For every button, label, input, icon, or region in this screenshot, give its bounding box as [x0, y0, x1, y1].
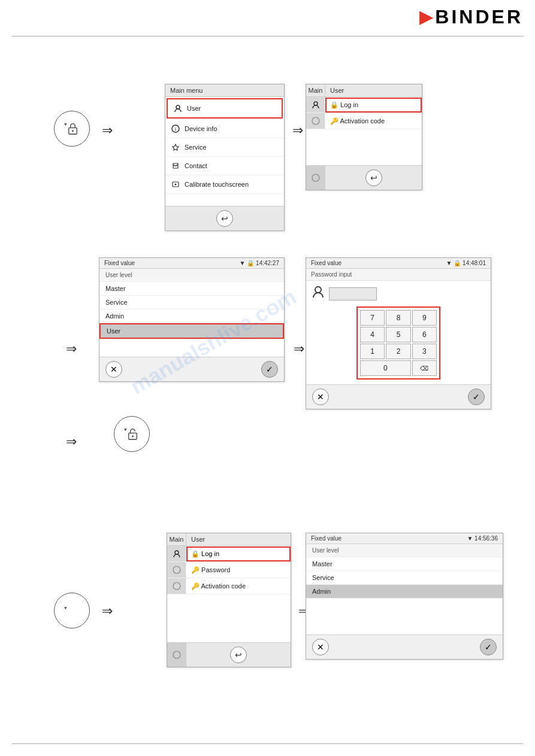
cancel-button-1[interactable]: ✕ [105, 361, 122, 378]
level-admin[interactable]: Admin [99, 309, 284, 323]
user-submenu-activation[interactable]: 🔑 Activation code [306, 113, 422, 129]
fixed-value2-label: Fixed value [311, 535, 341, 542]
svg-point-9 [312, 117, 319, 125]
user2-password[interactable]: 🔑 Password [167, 562, 291, 578]
svg-point-8 [314, 102, 318, 105]
svg-point-11 [315, 287, 321, 293]
key-del[interactable]: ⌫ [412, 360, 437, 376]
main-menu-panel: Main menu User i Device info Service Con… [165, 84, 285, 231]
circle-no-lock [54, 593, 90, 629]
user-submenu-title: Main User [306, 84, 422, 97]
svg-point-3 [176, 105, 180, 109]
user-icon [173, 103, 183, 114]
key-2[interactable]: 2 [386, 344, 410, 359]
confirm-button-3[interactable]: ✓ [480, 639, 497, 655]
menu-item-user-label: User [187, 105, 201, 112]
logo-chevron-icon: ▶ [419, 7, 433, 27]
menu-item-service[interactable]: Service [165, 138, 284, 157]
level-user[interactable]: User [99, 323, 284, 339]
arrow-5: ⇒ [66, 434, 77, 450]
svg-marker-16 [64, 607, 67, 610]
user-level-header: User level [99, 269, 284, 282]
menu-item-user[interactable]: User [167, 98, 283, 119]
confirm-button-2[interactable]: ✓ [468, 388, 485, 405]
user-submenu-panel: Main User 🔒 Log in 🔑 Activation code ↩ [306, 84, 422, 190]
key-6[interactable]: 6 [412, 327, 437, 342]
user2-activation-label: 🔑 Activation code [186, 579, 291, 594]
menu-item-deviceinfo[interactable]: i Device info [165, 120, 284, 138]
user-tab-label: User [325, 84, 349, 96]
service-icon [170, 142, 181, 153]
user-submenu2-panel: Main User 🔒 Log in 🔑 Password 🔑 Activati… [167, 533, 291, 667]
activation-sidebar-icon [306, 113, 325, 129]
login-text: Log in [340, 101, 358, 108]
time-lock-2: ▼ 🔒 14:48:01 [446, 260, 486, 266]
svg-point-20 [173, 651, 180, 658]
user-level2-header: User level [306, 544, 503, 557]
level2-admin[interactable]: Admin [306, 585, 503, 599]
user2-person-icon [167, 546, 186, 561]
menu-item-contact[interactable]: Contact [165, 157, 284, 175]
time-lock-3: ▼ 14:56:36 [467, 535, 498, 542]
arrow-4: ⇒ [294, 341, 304, 357]
user2-activation[interactable]: 🔑 Activation code [167, 578, 291, 594]
user-submenu-login[interactable]: 🔒 Log in [306, 97, 422, 113]
svg-text:↑: ↑ [133, 429, 135, 433]
back-button-1[interactable]: ↩ [216, 210, 233, 227]
key-0[interactable]: 0 [360, 360, 411, 376]
cancel-button-2[interactable]: ✕ [312, 388, 329, 405]
menu-item-deviceinfo-label: Device info [185, 125, 217, 132]
numpad-grid: 7 8 9 4 5 6 1 2 3 0 ⌫ [360, 310, 437, 376]
numpad-outer: 7 8 9 4 5 6 1 2 3 0 ⌫ [356, 306, 440, 379]
pwd-subtitle: Password input [306, 269, 491, 281]
menu-item-calibrate[interactable]: Calibrate touchscreen [165, 175, 284, 194]
level-master[interactable]: Master [99, 282, 284, 296]
svg-point-7 [175, 184, 177, 186]
main-tab-label: Main [306, 84, 325, 96]
fixed-value-panel: Fixed value ▼ 🔒 14:42:27 User level Mast… [99, 257, 285, 382]
user2-activation-sidebar [167, 578, 186, 594]
password-panel: Fixed value ▼ 🔒 14:48:01 Password input … [306, 257, 491, 409]
confirm-button-1[interactable]: ✓ [261, 361, 278, 378]
level2-master[interactable]: Master [306, 557, 503, 571]
back-button-3[interactable]: ↩ [186, 643, 291, 667]
pwd-person-icon [312, 286, 324, 302]
time-lock-1: ▼ 🔒 14:42:27 [240, 260, 279, 266]
svg-point-18 [173, 566, 180, 573]
login-label: 🔒 Log in [325, 98, 422, 113]
key-7[interactable]: 7 [360, 310, 385, 326]
activation-label: 🔑 Activation code [325, 114, 422, 129]
pwd-panel-title: Fixed value ▼ 🔒 14:48:01 [306, 258, 491, 269]
arrow-3: ⇒ [66, 341, 77, 357]
main-tab2-label: Main [167, 533, 186, 545]
user2-login-label: 🔒 Log in [186, 546, 291, 561]
pwd-field[interactable] [329, 287, 377, 300]
key-9[interactable]: 9 [412, 310, 437, 326]
key-5[interactable]: 5 [386, 327, 410, 342]
user2-back-row: ↩ [167, 642, 291, 667]
user2-password-sidebar [167, 562, 186, 578]
arrow-6: ⇒ [102, 603, 113, 619]
logo-area: ▶ BINDER [419, 6, 523, 28]
key-3[interactable]: 3 [412, 344, 437, 359]
key-4[interactable]: 4 [360, 327, 385, 342]
pwd-title-label: Fixed value [311, 260, 341, 266]
pwd-input-area [306, 281, 491, 304]
fixed-value-label: Fixed value [104, 260, 135, 266]
back-button-2[interactable]: ↩ [325, 166, 422, 190]
svg-point-14 [132, 435, 134, 437]
arrow-1: ⇒ [102, 123, 113, 138]
key-1[interactable]: 1 [360, 344, 385, 359]
circle-lock-closed [54, 111, 90, 147]
level2-service[interactable]: Service [306, 571, 503, 585]
pwd-panel-footer: ✕ ✓ [306, 384, 491, 409]
svg-text:i: i [175, 126, 176, 132]
main-menu-title: Main menu [165, 84, 284, 97]
user2-login[interactable]: 🔒 Log in [167, 546, 291, 562]
user2-password-label: 🔑 Password [186, 563, 291, 578]
menu-item-service-label: Service [185, 144, 207, 151]
key-8[interactable]: 8 [386, 310, 410, 326]
level-service[interactable]: Service [99, 296, 284, 309]
cancel-button-3[interactable]: ✕ [312, 639, 329, 655]
svg-marker-12 [124, 429, 127, 432]
